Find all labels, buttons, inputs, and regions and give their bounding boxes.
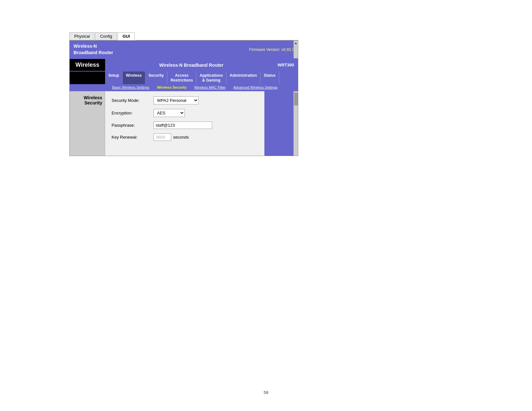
sub-nav-wireless-mac-filter[interactable]: Wireless MAC Filter [191, 85, 230, 90]
security-mode-row: Security Mode: WPA2 Personal Disabled WE… [112, 96, 258, 104]
sub-nav-basic-wireless[interactable]: Basic Wireless Settings [108, 85, 153, 90]
encryption-select[interactable]: AES TKIP TKIP+AES [153, 109, 185, 117]
seconds-label: seconds [173, 135, 189, 140]
nav-tab-security[interactable]: Security [145, 72, 167, 84]
nav-tab-status[interactable]: Status [261, 72, 279, 84]
product-name: Wireless-N Broadband Router [105, 63, 278, 68]
content-area: Wireless Security Security Mode: WPA2 Pe… [70, 91, 298, 156]
main-content: Security Mode: WPA2 Personal Disabled WE… [105, 91, 264, 156]
key-renewal-input[interactable] [153, 133, 171, 141]
nav-tabs: Setup Wireless Security Access Restricti… [70, 72, 298, 84]
router-ui-box: Wireless-N Broadband Router Firmware Ver… [69, 40, 298, 156]
nav-tab-applications-gaming[interactable]: Applications & Gaming [196, 72, 226, 84]
encryption-row: Encryption: AES TKIP TKIP+AES [112, 109, 258, 117]
brand-bar: Wireless Wireless-N Broadband Router WRT… [70, 58, 298, 72]
router-header: Wireless-N Broadband Router Firmware Ver… [70, 41, 298, 58]
key-renewal-row: Key Renewal: seconds [112, 133, 258, 141]
passphrase-row: Passphrase: [112, 122, 258, 129]
passphrase-label: Passphrase: [112, 123, 153, 128]
nav-tab-administration[interactable]: Administration [226, 72, 261, 84]
tab-spacer [135, 33, 298, 40]
tab-bar: Physical Config GUI [69, 32, 298, 40]
scroll-thumb[interactable] [294, 93, 298, 105]
right-panel [264, 91, 293, 156]
tab-physical[interactable]: Physical [69, 32, 94, 40]
security-mode-label: Security Mode: [112, 98, 153, 103]
nav-tab-access-restrictions[interactable]: Access Restrictions [167, 72, 196, 84]
sidebar-label: Wireless Security [70, 91, 105, 156]
nav-tab-setup[interactable]: Setup [105, 72, 123, 84]
tab-gui[interactable]: GUI [118, 32, 135, 40]
page-number: 59 [264, 390, 268, 395]
brand-name: Wireless [70, 59, 105, 71]
tab-config[interactable]: Config [95, 32, 117, 40]
key-renewal-label: Key Renewal: [112, 135, 153, 140]
model-badge: WRT300 [278, 63, 294, 67]
security-mode-select[interactable]: WPA2 Personal Disabled WEP WPA Personal … [153, 96, 199, 104]
sub-nav-advanced-wireless[interactable]: Advanced Wireless Settings [230, 85, 281, 90]
firmware-version: Firmware Version: v0.93.3 [249, 47, 294, 52]
sub-nav: Basic Wireless Settings Wireless Securit… [70, 84, 298, 91]
encryption-label: Encryption: [112, 111, 153, 115]
sub-nav-wireless-security[interactable]: Wireless Security [153, 85, 191, 90]
router-title: Wireless-N Broadband Router [74, 43, 113, 56]
scroll-up-indicator[interactable]: ▲ [293, 41, 298, 58]
nav-tab-wireless[interactable]: Wireless [123, 72, 145, 84]
scrollbar[interactable] [293, 91, 298, 156]
passphrase-input[interactable] [153, 122, 212, 129]
